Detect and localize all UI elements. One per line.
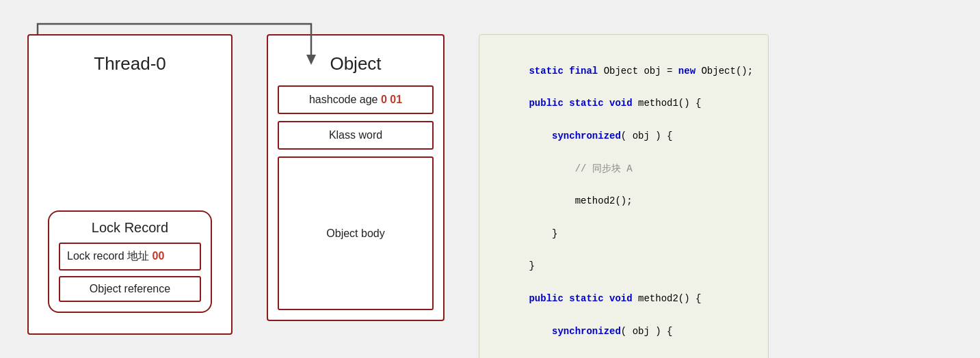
object-title: Object bbox=[330, 53, 381, 74]
code-keyword-6: synchronized bbox=[552, 326, 621, 337]
code-comment-1: // 同步块 A bbox=[529, 163, 632, 174]
code-keyword-2: new bbox=[678, 66, 702, 77]
code-text-7: } bbox=[529, 260, 534, 271]
lock-record-addr-label: Lock record 地址 bbox=[67, 250, 149, 262]
object-ref-box: Object reference bbox=[59, 276, 201, 302]
code-keyword-1: static final bbox=[529, 66, 603, 77]
diagram-area: Thread-0 Lock Record Lock record 地址 00 O… bbox=[27, 20, 769, 358]
code-text-6: } bbox=[529, 228, 557, 239]
object-ref-label: Object reference bbox=[90, 283, 170, 294]
klass-label: Klass word bbox=[329, 129, 382, 141]
object-box: Object hashcode age 0 01 Klass word Obje… bbox=[267, 34, 445, 321]
lock-record-addr: Lock record 地址 00 bbox=[59, 243, 201, 271]
object-hashcode: hashcode age 0 01 bbox=[278, 85, 434, 114]
code-text-1: Object obj = bbox=[604, 66, 678, 77]
lock-record-title: Lock Record bbox=[59, 220, 201, 236]
code-indent-2 bbox=[529, 326, 552, 337]
code-text-8: method2() { bbox=[638, 293, 701, 304]
code-text-4: ( obj ) { bbox=[621, 130, 673, 141]
object-body-label: Object body bbox=[326, 228, 384, 240]
code-text-5: method2(); bbox=[529, 195, 632, 206]
code-indent-1 bbox=[529, 130, 552, 141]
object-klass: Klass word bbox=[278, 121, 434, 150]
code-text-2: Object(); bbox=[701, 66, 753, 77]
code-text-9: ( obj ) { bbox=[621, 326, 673, 337]
lock-record-box: Lock Record Lock record 地址 00 Object ref… bbox=[48, 210, 212, 313]
thread-box: Thread-0 Lock Record Lock record 地址 00 O… bbox=[27, 34, 233, 335]
code-keyword-3: public static void bbox=[529, 98, 638, 109]
object-body: Object body bbox=[278, 156, 434, 310]
code-block: static final Object obj = new Object(); … bbox=[479, 34, 769, 358]
thread-title: Thread-0 bbox=[94, 53, 166, 74]
hashcode-label: hashcode age bbox=[309, 94, 378, 105]
lock-record-addr-value: 00 bbox=[153, 250, 165, 262]
code-keyword-5: public static void bbox=[529, 293, 638, 304]
hashcode-value: 0 01 bbox=[381, 94, 402, 105]
code-keyword-4: synchronized bbox=[552, 130, 621, 141]
code-text-3: method1() { bbox=[638, 98, 701, 109]
